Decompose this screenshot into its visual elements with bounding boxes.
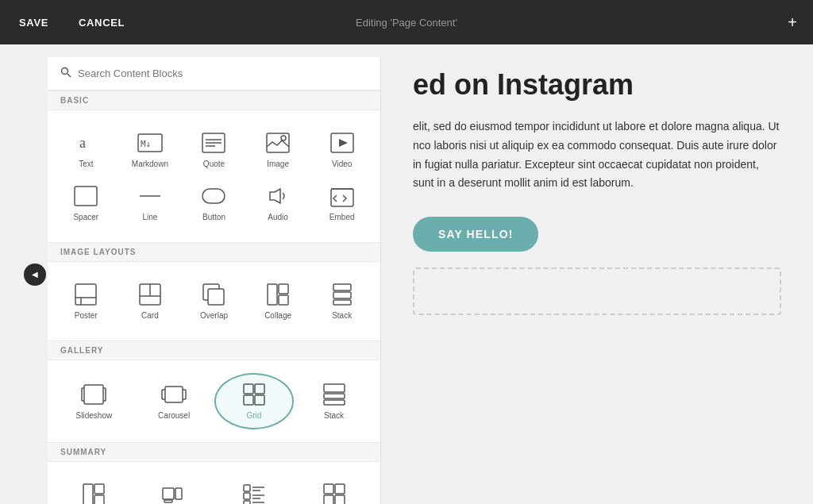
summary-grid: Wall Carousel bbox=[48, 462, 380, 504]
block-quote[interactable]: Quote bbox=[182, 123, 246, 176]
slideshow-icon bbox=[79, 383, 108, 406]
editing-label: Editing 'Page Content' bbox=[356, 17, 457, 29]
svg-rect-40 bbox=[165, 387, 183, 402]
search-bar bbox=[48, 57, 380, 90]
svg-rect-47 bbox=[244, 384, 253, 394]
block-audio[interactable]: Audio bbox=[246, 176, 310, 229]
svg-rect-32 bbox=[333, 300, 351, 305]
svg-point-0 bbox=[62, 68, 68, 75]
button-icon bbox=[199, 184, 228, 208]
block-line[interactable]: Line bbox=[118, 176, 183, 229]
sidebar-toggle[interactable] bbox=[24, 264, 46, 286]
image-icon bbox=[264, 131, 292, 155]
section-summary-header: SUMMARY bbox=[48, 442, 380, 462]
svg-rect-69 bbox=[335, 484, 345, 494]
svg-text:a: a bbox=[79, 135, 86, 151]
block-quote-label: Quote bbox=[203, 160, 225, 168]
svg-rect-15 bbox=[202, 189, 225, 203]
wall-icon bbox=[79, 483, 108, 504]
svg-rect-13 bbox=[75, 187, 97, 206]
svg-rect-50 bbox=[255, 395, 264, 405]
svg-rect-68 bbox=[324, 484, 333, 494]
block-grid-summary[interactable]: Grid bbox=[294, 475, 374, 504]
embed-icon bbox=[328, 184, 356, 208]
block-video-label: Video bbox=[332, 160, 352, 168]
block-wall[interactable]: Wall bbox=[54, 475, 134, 504]
svg-rect-51 bbox=[324, 384, 345, 392]
list-icon bbox=[240, 483, 268, 504]
block-embed-label: Embed bbox=[329, 213, 355, 221]
poster-icon bbox=[71, 283, 100, 306]
svg-rect-29 bbox=[279, 295, 288, 305]
say-hello-button[interactable]: SAY HELLO! bbox=[413, 217, 538, 252]
svg-point-10 bbox=[281, 136, 286, 140]
toolbar: SAVE CANCEL Editing 'Page Content' + bbox=[0, 0, 813, 44]
svg-rect-59 bbox=[164, 500, 172, 502]
search-icon bbox=[60, 67, 71, 80]
page-body: elit, sed do eiusmod tempor incididunt u… bbox=[413, 117, 781, 193]
grid-gallery-icon bbox=[240, 383, 268, 406]
svg-rect-48 bbox=[255, 384, 264, 394]
block-list[interactable]: List bbox=[214, 475, 295, 504]
block-markdown[interactable]: M↓ Markdown bbox=[118, 123, 183, 176]
grid-summary-icon bbox=[320, 483, 349, 504]
svg-rect-63 bbox=[244, 493, 250, 499]
block-line-label: Line bbox=[142, 213, 157, 221]
line-icon bbox=[136, 184, 164, 208]
svg-line-1 bbox=[67, 74, 71, 77]
block-card[interactable]: Card bbox=[118, 275, 183, 328]
section-basic-header: BASIC bbox=[48, 90, 380, 110]
svg-rect-30 bbox=[333, 284, 351, 290]
svg-rect-49 bbox=[244, 395, 253, 405]
block-grid-gallery[interactable]: Grid bbox=[214, 373, 295, 429]
text-icon: a bbox=[71, 131, 100, 155]
block-collage[interactable]: Collage bbox=[246, 275, 310, 328]
content-area: ed on Instagram elit, sed do eiusmod tem… bbox=[381, 44, 813, 504]
markdown-icon: M↓ bbox=[136, 131, 164, 155]
block-stack-il[interactable]: Stack bbox=[310, 275, 374, 328]
block-stack-gallery[interactable]: Stack bbox=[294, 373, 374, 429]
svg-marker-16 bbox=[270, 189, 280, 203]
spacer-icon bbox=[71, 184, 100, 208]
block-carousel-gallery[interactable]: Carousel bbox=[134, 373, 214, 429]
block-carousel-gallery-label: Carousel bbox=[158, 411, 190, 420]
page-heading: ed on Instagram bbox=[413, 68, 781, 102]
block-grid-gallery-label: Grid bbox=[246, 411, 261, 420]
toolbar-left: SAVE CANCEL bbox=[16, 10, 128, 35]
block-collage-label: Collage bbox=[264, 311, 291, 320]
add-button[interactable]: + bbox=[788, 13, 797, 32]
cancel-button[interactable]: CANCEL bbox=[75, 10, 128, 35]
block-spacer[interactable]: Spacer bbox=[54, 176, 118, 229]
block-embed[interactable]: Embed bbox=[310, 176, 374, 229]
svg-rect-53 bbox=[324, 400, 345, 405]
svg-rect-70 bbox=[324, 495, 333, 504]
svg-rect-33 bbox=[84, 385, 103, 404]
block-slideshow[interactable]: Slideshow bbox=[54, 373, 134, 429]
quote-icon bbox=[199, 131, 228, 155]
block-poster[interactable]: Poster bbox=[54, 275, 118, 328]
block-image[interactable]: Image bbox=[246, 123, 310, 176]
block-overlap[interactable]: Overlap bbox=[182, 275, 246, 328]
svg-rect-66 bbox=[244, 501, 250, 504]
basic-grid: a Text M↓ Markdown bbox=[48, 110, 380, 242]
stack-gallery-icon bbox=[320, 383, 349, 406]
svg-rect-52 bbox=[324, 394, 345, 398]
block-text-label: Text bbox=[79, 160, 93, 168]
search-input[interactable] bbox=[78, 67, 368, 79]
overlap-icon bbox=[199, 283, 228, 306]
block-card-label: Card bbox=[141, 311, 159, 320]
block-button-label: Button bbox=[202, 213, 225, 221]
svg-rect-26 bbox=[208, 289, 224, 305]
block-button[interactable]: Button bbox=[182, 176, 246, 229]
stack-icon bbox=[328, 283, 356, 306]
save-button[interactable]: SAVE bbox=[16, 10, 52, 35]
block-text[interactable]: a Text bbox=[54, 123, 118, 176]
block-carousel-summary[interactable]: Carousel bbox=[134, 475, 214, 504]
video-icon bbox=[328, 131, 356, 155]
image-layouts-grid: Poster Card bbox=[48, 262, 380, 340]
block-stack-il-label: Stack bbox=[332, 311, 352, 320]
svg-rect-57 bbox=[163, 488, 174, 499]
svg-rect-56 bbox=[94, 495, 104, 504]
card-icon bbox=[136, 283, 164, 306]
block-video[interactable]: Video bbox=[310, 123, 374, 176]
